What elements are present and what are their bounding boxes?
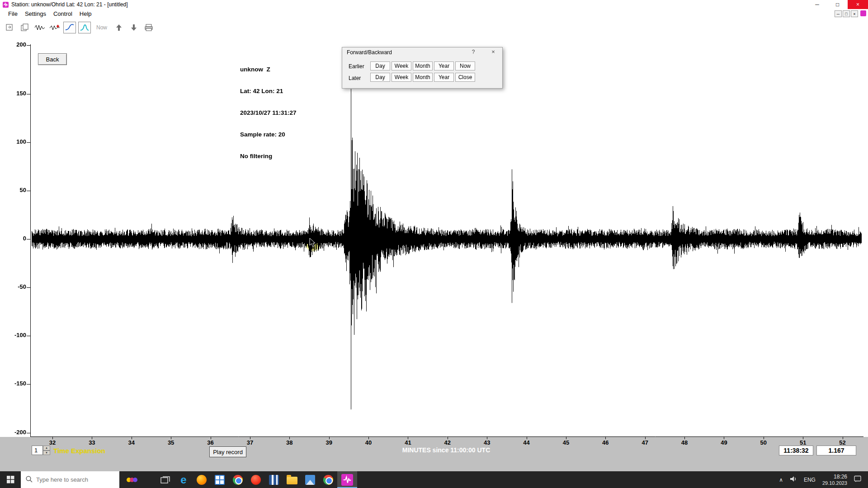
time-expansion-label: Time Expansion [53,447,105,455]
app-icon [3,2,9,8]
volume-icon[interactable] [790,476,797,484]
later-day-button[interactable]: Day [370,73,390,82]
scroll-down-icon[interactable] [127,22,140,33]
y-tick-label: 100 [5,138,26,145]
x-tick-label: 50 [755,439,773,446]
close-button[interactable]: × [848,0,868,9]
search-icon [25,475,33,484]
now-button[interactable]: Now [93,22,110,33]
window-title: Station: unknow/Ohrid Lat: 42 Lon: 21 - … [11,1,128,8]
earlier-month-button[interactable]: Month [413,61,433,70]
tray-chevron-icon[interactable]: ∧ [779,477,783,483]
earlier-now-button[interactable]: Now [455,61,475,70]
notification-center-icon[interactable] [854,475,862,484]
taskbar-search[interactable] [21,471,119,488]
later-week-button[interactable]: Week [392,73,411,82]
tray-time: 18:26 [822,474,847,480]
y-tick-label: -150 [5,380,26,387]
x-tick-label: 41 [399,439,417,446]
dialog-help-button[interactable]: ? [470,49,477,55]
y-tick-label: 0 [5,235,26,242]
menu-file[interactable]: File [5,9,21,18]
edge-icon[interactable]: e [175,471,193,488]
later-month-button[interactable]: Month [413,73,433,82]
maximize-button[interactable]: □ [827,0,848,9]
firefox-icon[interactable] [193,471,211,488]
y-tick-label: 50 [5,187,26,193]
x-tick-label: 40 [359,439,377,446]
forward-backward-dialog: Forward/Backward ? × Earlier Day Week Mo… [342,47,503,89]
spinner-down-icon[interactable]: ▼ [43,450,50,455]
x-tick-label: 32 [43,439,61,446]
tray-clock[interactable]: 18:26 29.10.2023 [822,474,847,486]
earlier-day-button[interactable]: Day [370,61,390,70]
x-tick-label: 45 [557,439,575,446]
caption-buttons: ─ □ × [807,0,868,9]
x-tick-label: 38 [280,439,298,446]
seismogram-canvas[interactable] [0,36,868,437]
bandpass-filter-button[interactable] [78,22,91,33]
menu-control[interactable]: Control [50,9,76,18]
chrome-icon[interactable] [229,471,247,488]
application-window: Station: unknow/Ohrid Lat: 42 Lon: 21 - … [0,0,868,488]
dialog-title: Forward/Backward [347,49,392,56]
store-icon[interactable] [211,471,229,488]
waveform-extract-icon[interactable] [48,22,61,33]
language-indicator[interactable]: ENG [804,477,816,483]
system-tray: ∧ ENG 18:26 29.10.2023 [779,474,868,486]
dialog-close-button[interactable]: Close [455,73,475,82]
print-icon[interactable] [142,22,155,33]
mdi-restore-button[interactable]: □ [843,10,850,17]
waveform-icon[interactable] [33,22,46,33]
y-tick-label: 200 [5,41,26,48]
titlebar: Station: unknow/Ohrid Lat: 42 Lon: 21 - … [0,0,868,9]
y-tick-label: -50 [5,283,26,290]
minimize-button[interactable]: ─ [807,0,827,9]
earlier-week-button[interactable]: Week [392,61,411,70]
x-tick-label: 43 [478,439,496,446]
amplitude-value-display: 1.167 [816,446,856,455]
lowpass-filter-button[interactable] [63,22,76,33]
y-tick-label: -200 [5,429,26,436]
x-tick-label: 48 [675,439,693,446]
mdi-close-button[interactable]: × [851,10,858,17]
mdi-minimize-button[interactable]: ─ [835,10,842,17]
play-record-button[interactable]: Play record [209,446,246,457]
browser-icon[interactable] [247,471,265,488]
mdi-window-buttons: ─ □ × [835,10,858,17]
x-tick-label: 46 [596,439,614,446]
menu-help[interactable]: Help [76,9,95,18]
tray-date: 29.10.2023 [822,480,847,486]
open-helicorder-icon[interactable] [4,22,16,33]
later-year-button[interactable]: Year [434,73,454,82]
spinner-up-icon[interactable]: ▲ [43,446,50,450]
seismograph-app-icon[interactable] [337,471,357,488]
menu-settings[interactable]: Settings [21,9,50,18]
x-tick-label: 44 [518,439,536,446]
x-tick-label: 36 [202,439,220,446]
back-button[interactable]: Back [38,53,67,65]
start-button[interactable] [0,471,21,488]
photos-icon[interactable] [301,471,319,488]
x-tick-label: 52 [834,439,852,446]
scroll-up-icon[interactable] [113,22,125,33]
task-view-icon[interactable] [156,471,175,488]
x-tick-label: 33 [83,439,101,446]
earlier-year-button[interactable]: Year [434,61,454,70]
time-expansion-value[interactable]: 1 [32,446,43,455]
dialog-close-icon[interactable]: × [490,48,497,55]
x-tick-label: 51 [794,439,812,446]
search-input[interactable] [36,476,108,483]
widgets-icon[interactable] [119,471,145,488]
media-player-icon[interactable] [265,471,283,488]
file-explorer-icon[interactable] [283,471,301,488]
x-tick-label: 37 [241,439,259,446]
time-expansion-spinner: ▲ ▼ [43,446,50,455]
station-info: unknow Z Lat: 42 Lon: 21 2023/10/27 11:3… [240,52,297,174]
copy-view-icon[interactable] [19,22,31,33]
chrome-secondary-icon[interactable] [319,471,337,488]
x-tick-label: 39 [320,439,338,446]
menubar: File Settings Control Help [0,9,868,19]
x-tick-label: 42 [439,439,457,446]
station-info-line: 2023/10/27 11:31:27 [240,109,297,117]
